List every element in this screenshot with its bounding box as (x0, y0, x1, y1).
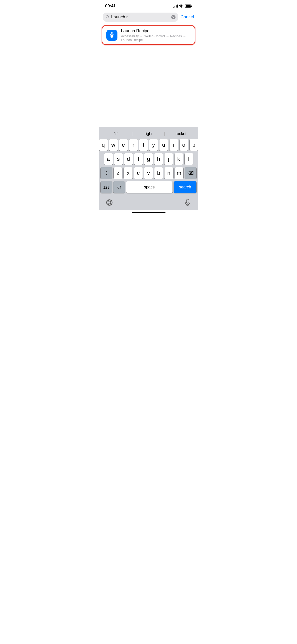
status-icons (173, 5, 192, 8)
key-z[interactable]: z (114, 167, 122, 179)
key-e[interactable]: e (119, 139, 128, 151)
key-p[interactable]: p (190, 139, 198, 151)
key-q[interactable]: q (99, 139, 108, 151)
status-time: 09:41 (105, 4, 116, 9)
svg-point-5 (111, 32, 113, 34)
accessibility-symbol (108, 31, 116, 39)
result-breadcrumb: Accessibility → Switch Control → Recipes… (121, 34, 191, 42)
emoji-key[interactable]: ☺ (113, 181, 125, 193)
key-v[interactable]: v (144, 167, 153, 179)
numbers-key[interactable]: 123 (101, 181, 112, 193)
cancel-button[interactable]: Cancel (181, 15, 194, 20)
accessibility-app-icon (106, 30, 117, 41)
key-x[interactable]: x (124, 167, 132, 179)
search-bar-container: Launch r Cancel (99, 11, 198, 24)
key-k[interactable]: k (175, 153, 183, 165)
key-s[interactable]: s (114, 153, 123, 165)
key-j[interactable]: j (164, 153, 173, 165)
search-input[interactable]: Launch r (111, 15, 170, 20)
key-g[interactable]: g (144, 153, 153, 165)
predictive-item-2[interactable]: right (132, 131, 165, 137)
key-d[interactable]: d (124, 153, 133, 165)
result-title: Launch Recipe (121, 28, 191, 33)
predictive-bar: "r" right rocket (100, 129, 197, 139)
signal-icon (173, 5, 178, 8)
result-text: Launch Recipe Accessibility → Switch Con… (121, 28, 191, 42)
svg-rect-10 (186, 199, 189, 203)
shift-key[interactable]: ⇧ (101, 167, 112, 179)
search-bar[interactable]: Launch r (103, 13, 178, 22)
bottom-bar (100, 195, 197, 208)
content-area (99, 47, 198, 127)
svg-line-1 (108, 18, 109, 19)
home-indicator (132, 212, 165, 213)
globe-icon[interactable] (104, 197, 115, 208)
svg-point-6 (107, 200, 112, 206)
key-r[interactable]: r (129, 139, 138, 151)
space-key[interactable]: space (126, 181, 173, 193)
keyboard-row-2: a s d f g h j k l (100, 153, 197, 165)
key-y[interactable]: y (149, 139, 158, 151)
delete-key[interactable]: ⌫ (185, 167, 196, 179)
battery-icon (185, 5, 192, 8)
predictive-item-3[interactable]: rocket (165, 131, 197, 137)
keyboard-row-1: q w e r t y u i o p (100, 139, 197, 151)
search-results: Launch Recipe Accessibility → Switch Con… (99, 24, 198, 47)
key-u[interactable]: u (159, 139, 168, 151)
microphone-icon[interactable] (182, 197, 193, 208)
keyboard[interactable]: "r" right rocket q w e r t y u i o p a s… (99, 127, 198, 210)
result-item[interactable]: Launch Recipe Accessibility → Switch Con… (102, 25, 195, 45)
key-t[interactable]: t (139, 139, 148, 151)
wifi-icon (179, 5, 183, 8)
key-w[interactable]: w (109, 139, 118, 151)
key-c[interactable]: c (134, 167, 143, 179)
search-clear-button[interactable] (171, 15, 176, 19)
key-b[interactable]: b (154, 167, 163, 179)
status-bar: 09:41 (99, 0, 198, 11)
predictive-item-1[interactable]: "r" (100, 131, 132, 137)
search-icon (106, 15, 110, 19)
key-l[interactable]: l (185, 153, 193, 165)
keyboard-row-3: ⇧ z x c v b n m ⌫ (100, 167, 197, 179)
key-a[interactable]: a (104, 153, 113, 165)
key-f[interactable]: f (134, 153, 143, 165)
svg-point-7 (108, 200, 111, 206)
search-key[interactable]: search (174, 181, 196, 193)
key-i[interactable]: i (169, 139, 178, 151)
key-h[interactable]: h (154, 153, 163, 165)
key-o[interactable]: o (180, 139, 188, 151)
key-n[interactable]: n (164, 167, 173, 179)
key-m[interactable]: m (175, 167, 183, 179)
keyboard-row-4: 123 ☺ space search (100, 181, 197, 193)
